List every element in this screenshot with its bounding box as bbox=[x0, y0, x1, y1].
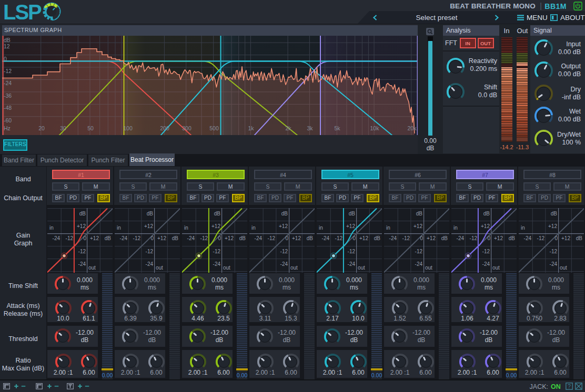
svg-text:out: out bbox=[425, 265, 432, 271]
svg-text:1k: 1k bbox=[248, 125, 254, 131]
svg-text:0: 0 bbox=[554, 235, 558, 241]
svg-text:+12: +12 bbox=[481, 223, 490, 229]
svg-text:+12: +12 bbox=[225, 235, 234, 241]
svg-text:-12: -12 bbox=[335, 235, 343, 241]
svg-text:-12: -12 bbox=[66, 235, 74, 241]
svg-text:+12: +12 bbox=[157, 235, 166, 241]
svg-text:30: 30 bbox=[60, 125, 66, 131]
svg-text:?: ? bbox=[568, 383, 571, 389]
svg-text:dB: dB bbox=[349, 211, 356, 216]
svg-text:in: in bbox=[49, 225, 54, 231]
svg-text:out: out bbox=[358, 265, 365, 271]
svg-text:dB: dB bbox=[105, 235, 112, 241]
svg-text:-12: -12 bbox=[470, 235, 478, 241]
svg-text:-48: -48 bbox=[4, 105, 12, 111]
svg-text:out: out bbox=[223, 265, 230, 271]
svg-text:-24: -24 bbox=[187, 235, 195, 241]
svg-text:0: 0 bbox=[420, 235, 423, 241]
svg-text:+12: +12 bbox=[211, 223, 220, 229]
svg-text:in: in bbox=[453, 225, 458, 231]
svg-text:100: 100 bbox=[123, 125, 133, 131]
svg-text:in: in bbox=[251, 225, 256, 231]
svg-text:+12: +12 bbox=[359, 235, 368, 241]
svg-text:dB: dB bbox=[239, 235, 246, 241]
svg-text:dB: dB bbox=[4, 37, 11, 43]
svg-text:200: 200 bbox=[160, 125, 169, 131]
svg-text:-12: -12 bbox=[415, 249, 423, 254]
svg-text:-12: -12 bbox=[78, 249, 86, 254]
svg-text:dB: dB bbox=[281, 211, 288, 216]
svg-text:dB: dB bbox=[483, 211, 490, 216]
svg-text:500: 500 bbox=[209, 125, 219, 131]
svg-text:-24: -24 bbox=[457, 235, 465, 241]
svg-text:-24: -24 bbox=[524, 235, 532, 241]
svg-text:0: 0 bbox=[352, 235, 356, 241]
svg-text:-24: -24 bbox=[146, 261, 154, 267]
svg-text:-24: -24 bbox=[322, 235, 330, 241]
svg-text:out: out bbox=[290, 265, 298, 271]
svg-text:-24: -24 bbox=[348, 261, 356, 267]
svg-text:dB: dB bbox=[79, 211, 86, 216]
svg-text:in: in bbox=[521, 225, 525, 231]
svg-text:0: 0 bbox=[4, 56, 7, 62]
svg-text:dB: dB bbox=[576, 235, 583, 241]
svg-text:10k: 10k bbox=[370, 125, 380, 131]
svg-text:+12: +12 bbox=[90, 235, 99, 241]
svg-text:-12: -12 bbox=[133, 235, 141, 241]
svg-text:dB: dB bbox=[416, 211, 423, 216]
svg-text:-24: -24 bbox=[213, 261, 221, 267]
svg-text:dB: dB bbox=[214, 211, 221, 216]
svg-text:-12: -12 bbox=[280, 249, 288, 254]
svg-text:out: out bbox=[560, 265, 567, 271]
svg-text:dB: dB bbox=[551, 211, 558, 216]
svg-text:-24: -24 bbox=[415, 261, 423, 267]
svg-text:dB: dB bbox=[307, 235, 314, 241]
svg-text:-24: -24 bbox=[120, 235, 128, 241]
svg-text:+12: +12 bbox=[279, 223, 288, 229]
svg-text:0: 0 bbox=[487, 235, 490, 241]
svg-text:-12: -12 bbox=[146, 249, 154, 254]
svg-text:0: 0 bbox=[83, 235, 86, 241]
svg-text:12: 12 bbox=[4, 43, 10, 49]
svg-text:+12: +12 bbox=[561, 235, 570, 241]
svg-text:-12: -12 bbox=[402, 235, 410, 241]
svg-text:-24: -24 bbox=[255, 235, 263, 241]
svg-text:out: out bbox=[492, 265, 500, 271]
svg-text:-24: -24 bbox=[280, 261, 288, 267]
svg-text:+12: +12 bbox=[494, 235, 503, 241]
svg-text:-12: -12 bbox=[537, 235, 545, 241]
svg-text:5k: 5k bbox=[334, 125, 340, 131]
svg-text:out: out bbox=[156, 265, 163, 271]
svg-text:-24: -24 bbox=[78, 261, 86, 267]
svg-text:dB: dB bbox=[374, 235, 381, 241]
svg-text:-24: -24 bbox=[482, 261, 490, 267]
svg-text:50: 50 bbox=[87, 125, 94, 131]
svg-text:Hz: Hz bbox=[4, 125, 11, 131]
svg-text:20k: 20k bbox=[408, 125, 417, 131]
svg-text:+12: +12 bbox=[144, 223, 153, 229]
svg-text:-24: -24 bbox=[53, 235, 60, 241]
svg-text:+12: +12 bbox=[413, 223, 422, 229]
svg-text:3k: 3k bbox=[307, 125, 313, 131]
svg-text:0: 0 bbox=[150, 235, 154, 241]
svg-text:in: in bbox=[184, 225, 188, 231]
svg-text:0: 0 bbox=[285, 235, 288, 241]
svg-text:dB: dB bbox=[147, 211, 154, 216]
svg-text:-36: -36 bbox=[4, 92, 12, 99]
svg-text:+12: +12 bbox=[346, 223, 355, 229]
svg-text:-12: -12 bbox=[550, 249, 558, 254]
svg-text:-12: -12 bbox=[268, 235, 276, 241]
svg-text:300: 300 bbox=[182, 125, 191, 131]
svg-text:in: in bbox=[319, 225, 323, 231]
svg-text:+12: +12 bbox=[292, 235, 301, 241]
svg-text:-24: -24 bbox=[389, 235, 397, 241]
svg-text:-12: -12 bbox=[482, 249, 490, 254]
svg-text:-60: -60 bbox=[4, 117, 12, 123]
svg-text:-12: -12 bbox=[4, 68, 12, 74]
svg-text:dB: dB bbox=[172, 235, 179, 241]
svg-text:+12: +12 bbox=[548, 223, 557, 229]
svg-text:-24: -24 bbox=[550, 261, 558, 267]
svg-text:+12: +12 bbox=[77, 223, 86, 229]
svg-text:2k: 2k bbox=[285, 125, 291, 131]
svg-text:-12: -12 bbox=[213, 249, 221, 254]
